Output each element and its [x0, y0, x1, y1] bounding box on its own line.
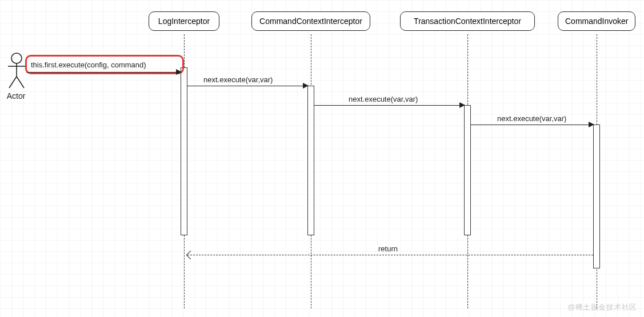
watermark-text: @稀土掘金技术社区 [567, 302, 637, 312]
participant-loginterceptor: LogInterceptor [149, 11, 219, 31]
arrowhead-right-icon [303, 83, 309, 89]
arrowhead-left-icon [186, 251, 195, 260]
svg-point-0 [11, 53, 22, 63]
svg-line-3 [9, 77, 17, 88]
participant-label: CommandInvoker [565, 17, 629, 26]
arrowhead-right-icon [459, 102, 465, 108]
message-arrow-m5 [187, 255, 593, 255]
activation-p4 [593, 125, 600, 268]
message-arrow-m3 [314, 105, 464, 106]
message-label-m5: return [378, 244, 398, 253]
sequence-diagram: Actor LogInterceptor CommandContextInter… [0, 0, 644, 317]
activation-p2 [307, 86, 314, 235]
message-arrow-m4 [471, 125, 593, 125]
activation-p3 [464, 105, 471, 235]
message-label-m1: this.first.execute(config, command) [31, 61, 146, 69]
message-label-m4: next.execute(var,var) [497, 114, 566, 123]
message-arrow-m1 [26, 72, 181, 73]
svg-line-4 [17, 77, 24, 88]
participant-commandcontextinterceptor: CommandContextInterceptor [251, 11, 370, 31]
participant-transactioncontextinterceptor: TransactionContextInterceptor [400, 11, 535, 31]
message-label-m3: next.execute(var,var) [349, 95, 418, 103]
arrowhead-right-icon [176, 69, 182, 75]
actor-label: Actor [7, 91, 26, 101]
message-arrow-m2 [187, 86, 307, 86]
participant-label: CommandContextInterceptor [259, 17, 362, 26]
message-label-m2: next.execute(var,var) [203, 75, 273, 84]
participant-commandinvoker: CommandInvoker [558, 11, 635, 31]
activation-p1 [181, 67, 187, 235]
participant-label: TransactionContextInterceptor [414, 17, 521, 26]
arrowhead-right-icon [589, 122, 594, 127]
actor-figure [7, 53, 26, 89]
participant-label: LogInterceptor [158, 17, 210, 26]
actor-icon [7, 53, 26, 89]
